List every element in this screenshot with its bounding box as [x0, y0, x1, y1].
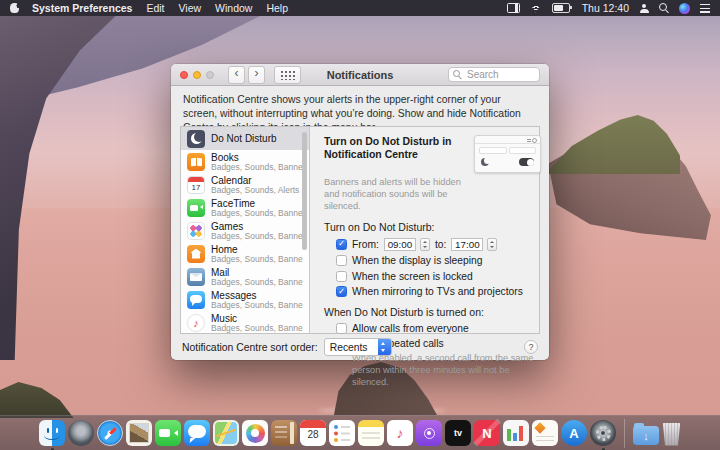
- preview-dock-icon[interactable]: [126, 420, 152, 446]
- menu-bar: System Preferences Edit View Window Help…: [0, 0, 720, 16]
- system-preferences-dock-icon[interactable]: [590, 420, 616, 446]
- forward-button[interactable]: ›: [248, 66, 265, 84]
- display-status-icon[interactable]: [507, 3, 520, 13]
- help-button[interactable]: ?: [524, 340, 538, 354]
- to-label: to:: [435, 239, 446, 250]
- screen-locked-checkbox[interactable]: [336, 271, 347, 282]
- spotlight-icon[interactable]: [659, 3, 669, 13]
- schedule-row: From: 09:00 to: 17:00: [336, 238, 541, 251]
- mirroring-checkbox[interactable]: [336, 286, 347, 297]
- dock: 28 ♪ tv N A ↓: [0, 415, 720, 450]
- menu-window[interactable]: Window: [215, 2, 252, 14]
- calendar-icon: 17: [187, 176, 205, 194]
- tv-dock-icon[interactable]: tv: [445, 420, 471, 446]
- search-icon: [453, 70, 462, 79]
- sidebar-item-books[interactable]: BooksBadges, Sounds, Banners: [181, 150, 309, 173]
- messages-icon: [187, 291, 205, 309]
- wallpaper-right-headland-grass: [548, 112, 680, 174]
- sort-order-label: Notification Centre sort order:: [182, 342, 318, 353]
- illustration-tabs: [479, 147, 536, 154]
- numbers-dock-icon[interactable]: [503, 420, 529, 446]
- home-icon: [187, 245, 205, 263]
- menu-edit[interactable]: Edit: [146, 2, 164, 14]
- sidebar-item-facetime[interactable]: FaceTimeBadges, Sounds, Banners: [181, 196, 309, 219]
- sidebar-item-name: FaceTime: [211, 198, 303, 209]
- facetime-icon: [187, 199, 205, 217]
- allow-calls-checkbox[interactable]: [336, 323, 347, 334]
- news-letter: N: [474, 420, 500, 446]
- search-field[interactable]: [448, 67, 540, 82]
- sidebar-item-calendar[interactable]: 17 CalendarBadges, Sounds, Alerts: [181, 173, 309, 196]
- sort-order-value: Recents: [325, 342, 378, 353]
- illustration-dnd-row: [481, 158, 534, 166]
- sidebar-item-subtitle: Badges, Sounds, Banners: [211, 209, 303, 218]
- notification-centre-illustration: [474, 135, 541, 173]
- sidebar-item-games[interactable]: GamesBadges, Sounds, Banners: [181, 219, 309, 242]
- contacts-dock-icon[interactable]: [271, 420, 297, 446]
- when-on-section-label: When Do Not Disturb is turned on:: [324, 306, 541, 318]
- podcasts-dock-icon[interactable]: [416, 420, 442, 446]
- sidebar-item-home[interactable]: HomeBadges, Sounds, Banners: [181, 242, 309, 265]
- option-display-sleeping[interactable]: When the display is sleeping: [336, 255, 541, 266]
- user-switch-icon[interactable]: [639, 4, 649, 13]
- wifi-icon[interactable]: [530, 4, 542, 13]
- option-mirroring[interactable]: When mirroring to TVs and projectors: [336, 286, 541, 297]
- sidebar-item-messages[interactable]: MessagesBadges, Sounds, Banners: [181, 288, 309, 311]
- calendar-dock-icon[interactable]: 28: [300, 420, 326, 446]
- checkbox-label: When the display is sleeping: [352, 255, 483, 266]
- menu-app-name[interactable]: System Preferences: [32, 2, 132, 14]
- facetime-dock-icon[interactable]: [155, 420, 181, 446]
- sidebar-scrollbar[interactable]: [302, 132, 307, 250]
- to-time-input[interactable]: 17:00: [451, 238, 483, 251]
- checkbox-label: When the screen is locked: [352, 271, 473, 282]
- notes-dock-icon[interactable]: [358, 420, 384, 446]
- battery-icon[interactable]: [552, 3, 570, 13]
- sidebar-item-subtitle: Badges, Sounds, Banners: [211, 163, 303, 172]
- photos-dock-icon[interactable]: [242, 420, 268, 446]
- content-area: Do Not Disturb BooksBadges, Sounds, Bann…: [180, 126, 540, 334]
- option-screen-locked[interactable]: When the screen is locked: [336, 271, 541, 282]
- calendar-icon-day: 17: [188, 183, 204, 192]
- menu-status-area: Thu 12:40: [507, 2, 710, 14]
- trash-dock-icon[interactable]: [662, 423, 681, 446]
- from-time-stepper[interactable]: [420, 238, 430, 251]
- app-store-dock-icon[interactable]: A: [561, 420, 587, 446]
- sidebar-item-music[interactable]: ♪ MusicBadges, Sounds, Banners: [181, 311, 309, 333]
- downloads-dock-icon[interactable]: ↓: [633, 426, 659, 445]
- to-time-stepper[interactable]: [487, 238, 497, 251]
- apple-menu-icon[interactable]: [10, 3, 19, 13]
- display-sleeping-checkbox[interactable]: [336, 255, 347, 266]
- menu-clock[interactable]: Thu 12:40: [582, 2, 629, 14]
- notification-centre-icon[interactable]: [700, 4, 710, 13]
- sidebar-item-name: Calendar: [211, 175, 299, 186]
- news-dock-icon[interactable]: N: [474, 420, 500, 446]
- title-bar[interactable]: Notifications ‹ ›: [171, 64, 549, 86]
- menu-view[interactable]: View: [179, 2, 202, 14]
- do-not-disturb-panel: Turn on Do Not Disturb in Notification C…: [310, 127, 549, 333]
- menu-help[interactable]: Help: [266, 2, 288, 14]
- pages-dock-icon[interactable]: [532, 420, 558, 446]
- option-allow-calls[interactable]: Allow calls from everyone: [336, 323, 541, 334]
- sidebar-item-name: Games: [211, 221, 303, 232]
- schedule-checkbox[interactable]: [336, 239, 347, 250]
- back-button[interactable]: ‹: [228, 66, 245, 84]
- launchpad-dock-icon[interactable]: [68, 420, 94, 446]
- sidebar-item-subtitle: Badges, Sounds, Banners: [211, 255, 303, 264]
- sidebar-item-subtitle: Badges, Sounds, Banners: [211, 301, 303, 310]
- sidebar-item-mail[interactable]: MailBadges, Sounds, Banners: [181, 265, 309, 288]
- reminders-dock-icon[interactable]: [329, 420, 355, 446]
- sidebar-item-do-not-disturb[interactable]: Do Not Disturb: [181, 127, 309, 150]
- tv-logo-text: tv: [445, 420, 471, 446]
- maps-dock-icon[interactable]: [213, 420, 239, 446]
- music-dock-icon[interactable]: ♪: [387, 420, 413, 446]
- messages-dock-icon[interactable]: [184, 420, 210, 446]
- finder-dock-icon[interactable]: [39, 420, 65, 446]
- mini-moon-icon: [481, 158, 489, 166]
- show-all-grid-button[interactable]: [274, 66, 301, 84]
- siri-icon[interactable]: [679, 3, 690, 14]
- search-input[interactable]: [465, 68, 535, 81]
- safari-dock-icon[interactable]: [97, 420, 123, 446]
- from-time-input[interactable]: 09:00: [384, 238, 416, 251]
- sort-order-popup[interactable]: Recents: [324, 338, 392, 356]
- illustration-menubar: [475, 136, 540, 144]
